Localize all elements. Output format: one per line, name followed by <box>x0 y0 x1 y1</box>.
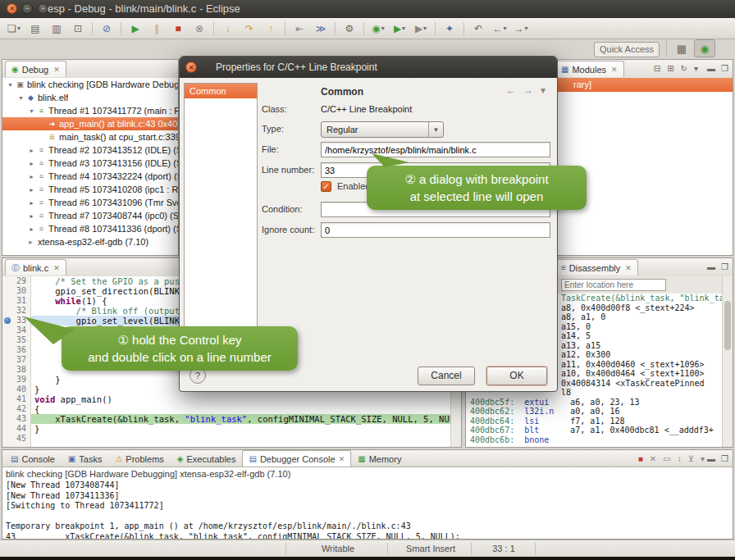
close-icon[interactable]: ✕ <box>611 66 618 74</box>
debug-tree-item[interactable]: ▸≡Thread #7 1073408744 (ipc0) (Susp <box>2 209 178 222</box>
drop-to-frame-icon[interactable]: ⇤ <box>290 20 309 37</box>
tree-expander-icon[interactable]: ▾ <box>16 94 25 102</box>
tree-expander-icon[interactable]: ▸ <box>27 160 36 167</box>
debug-tree-item[interactable]: ▸≡Thread #2 1073413512 (IDLE) (Susp <box>2 143 178 157</box>
console-tab-memory[interactable]: ▦Memory <box>351 450 408 467</box>
step-return-icon[interactable]: ↑ <box>261 20 281 37</box>
line-number[interactable]: 43 <box>2 414 30 424</box>
type-dropdown[interactable]: Regular ▾ <box>321 121 444 138</box>
refresh-icon[interactable]: ↻ <box>681 64 687 73</box>
line-number[interactable]: 44 <box>2 424 30 434</box>
view-menu-icon[interactable]: ▾ <box>541 84 546 96</box>
view-menu-icon[interactable]: ▾ <box>694 64 698 73</box>
minimize-view-icon[interactable]: ▬ <box>707 454 715 463</box>
clear-console-icon[interactable]: ▭ <box>663 454 670 463</box>
line-number[interactable]: 45 <box>2 434 30 444</box>
disassembly-scrollbar[interactable] <box>722 276 733 447</box>
save-all-icon[interactable]: ▥ <box>47 20 66 37</box>
remove-console-icon[interactable]: ✕ <box>650 454 656 463</box>
close-icon[interactable]: ✕ <box>625 264 632 272</box>
skip-breakpoints-icon[interactable]: ⊘ <box>97 20 116 37</box>
display-selected-console-icon[interactable]: ▾ <box>701 454 705 463</box>
maximize-view-icon[interactable]: ❐ <box>721 64 728 73</box>
debug-tree-item[interactable]: ▸≡Thread #3 1073413156 (IDLE) (Susp <box>2 157 178 170</box>
console-tab-debugger-console[interactable]: ▤Debugger Console✕ <box>242 450 351 467</box>
back-icon[interactable]: ←▾ <box>490 20 509 37</box>
line-number[interactable]: 41 <box>2 394 30 404</box>
line-number[interactable]: 32 <box>2 306 30 316</box>
debug-tree-item[interactable]: ▾◆blink.elf <box>2 91 178 104</box>
minimize-view-icon[interactable]: ▬ <box>707 64 715 73</box>
open-perspective-icon[interactable]: ▦ <box>671 39 692 57</box>
build-icon[interactable]: ⚙ <box>340 20 359 37</box>
tab-debug[interactable]: ◉ Debug ✕ <box>5 61 66 77</box>
line-number[interactable]: 30 <box>2 286 30 296</box>
expand-all-icon[interactable]: ⊞ <box>667 64 673 73</box>
code-line[interactable]: void app_main() <box>31 394 451 404</box>
debug-tree-item[interactable]: ▸≡Thread #6 1073431096 (Tmr Svc) (S <box>2 196 178 209</box>
module-selected-row[interactable]: rary] <box>552 78 733 92</box>
maximize-view-icon[interactable]: ❐ <box>721 454 728 463</box>
tree-expander-icon[interactable]: ▸ <box>27 225 36 233</box>
ok-button[interactable]: OK <box>486 367 547 385</box>
resume-icon[interactable]: ▶ <box>126 20 145 37</box>
tab-modules[interactable]: ▦ Modules ✕ <box>555 61 624 77</box>
line-number[interactable]: 37 <box>2 355 30 365</box>
collapse-all-icon[interactable]: ⊟ <box>654 64 660 73</box>
back-icon[interactable]: ← <box>506 84 516 96</box>
console-tab-executables[interactable]: ◈Executables <box>171 450 243 467</box>
tab-blink-c[interactable]: ⓒ blink.c ✕ <box>5 259 66 275</box>
tree-expander-icon[interactable]: ▸ <box>27 199 36 207</box>
disconnect-icon[interactable]: ⊗ <box>189 20 209 37</box>
step-over-icon[interactable]: ↷ <box>240 20 259 37</box>
console-content[interactable]: blink checking [GDB Hardware Debugging] … <box>2 467 733 539</box>
last-edit-location-icon[interactable]: ↶ <box>468 20 488 37</box>
console-tab-problems[interactable]: ⚠Problems <box>108 450 170 467</box>
debug-tree-item[interactable]: ▸≡Thread #5 1073410208 (ipc1 : Runni <box>2 183 178 196</box>
print-icon[interactable]: ⊡ <box>68 20 88 37</box>
external-tools-icon[interactable]: ▶▾ <box>411 20 431 37</box>
quick-access-button[interactable]: Quick Access <box>594 42 660 57</box>
terminate-console-icon[interactable]: ■ <box>638 454 643 463</box>
code-line[interactable]: xTaskCreate(&blink_task, "blink_task", c… <box>31 414 451 424</box>
line-number[interactable]: 29 <box>2 276 30 286</box>
line-number[interactable]: 40 <box>2 385 30 394</box>
code-line[interactable] <box>31 434 451 444</box>
tree-expander-icon[interactable]: ▸ <box>27 212 36 220</box>
debug-tree-item[interactable]: ▸xtensa-esp32-elf-gdb (7.10) <box>2 235 178 248</box>
search-icon[interactable]: ✦ <box>440 20 459 37</box>
debug-tree-item[interactable]: ▸≡Thread #8 1073411336 (dport) (Sus <box>2 222 178 235</box>
line-number[interactable]: 36 <box>2 345 30 355</box>
debug-icon[interactable]: ◉▾ <box>368 20 388 37</box>
maximize-view-icon[interactable]: ❐ <box>721 262 728 271</box>
close-icon[interactable]: ✕ <box>53 66 60 74</box>
debug-tree-item[interactable]: ▸≡Thread #4 1073432224 (dport) (Sus <box>2 170 178 183</box>
code-line[interactable]: { <box>31 404 451 414</box>
debug-tree-item[interactable]: ▾≡Thread #1 1073411772 (main : Runn <box>2 104 178 117</box>
tree-expander-icon[interactable]: ▾ <box>6 81 15 89</box>
tree-expander-icon[interactable]: ▾ <box>27 107 36 115</box>
line-number-gutter[interactable]: 2930313233343536373839404142434445 <box>2 276 31 447</box>
scrollbar-thumb[interactable] <box>724 301 731 350</box>
terminate-icon[interactable]: ■ <box>168 20 188 37</box>
forward-icon[interactable]: → <box>523 84 533 96</box>
dialog-close-button[interactable]: ✕ <box>185 61 197 73</box>
scroll-lock-icon[interactable]: ↕ <box>678 454 682 463</box>
cancel-button[interactable]: Cancel <box>418 367 475 385</box>
line-number[interactable]: 38 <box>2 365 30 375</box>
window-close-button[interactable]: ✕ <box>7 3 17 14</box>
dialog-sidebar-item[interactable]: Common <box>185 84 257 98</box>
minimize-view-icon[interactable]: ▬ <box>707 262 715 271</box>
save-icon[interactable]: ▤ <box>25 20 45 37</box>
forward-icon[interactable]: →▾ <box>511 20 531 37</box>
tree-expander-icon[interactable]: ▸ <box>27 173 36 180</box>
location-input[interactable] <box>561 279 666 291</box>
debug-tree-item[interactable]: ➜app_main() at blink.c:43 0x400dbc <box>2 117 178 130</box>
pin-console-icon[interactable]: ⊻ <box>688 454 694 463</box>
run-icon[interactable]: ▶▾ <box>390 20 409 37</box>
ignore-count-input[interactable] <box>321 222 550 238</box>
step-into-icon[interactable]: ↓ <box>218 20 238 37</box>
debug-tree-item[interactable]: ▾▣blink checking [GDB Hardware Debug <box>2 78 178 91</box>
line-number[interactable]: 31 <box>2 296 30 306</box>
console-tab-tasks[interactable]: ▣Tasks <box>62 450 109 467</box>
